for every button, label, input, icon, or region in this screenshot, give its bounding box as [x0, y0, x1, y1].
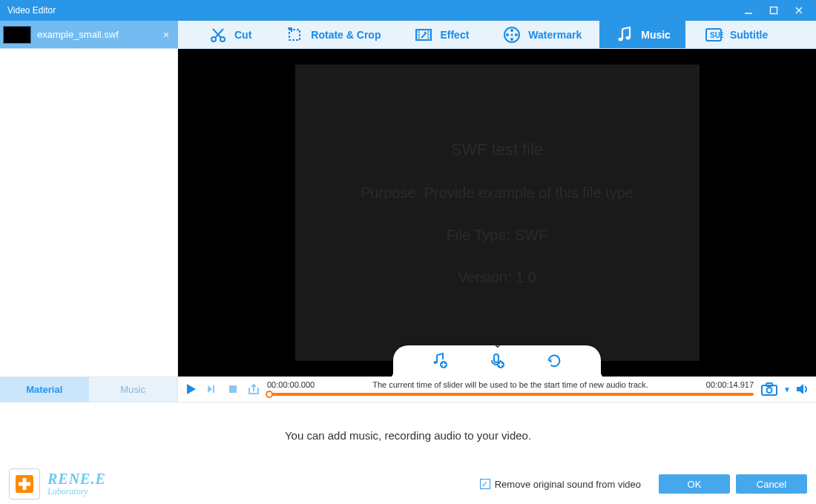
swf-line-2: Purpose: Provide example of this file ty… — [361, 185, 634, 202]
swf-line-3: File Type: SWF — [447, 227, 547, 244]
timeline-track-area: 00:00:00.000 The current time of slider … — [267, 377, 754, 402]
svg-point-28 — [434, 361, 438, 364]
svg-point-15 — [430, 31, 431, 33]
film-icon — [413, 24, 434, 45]
file-thumbnail — [3, 26, 31, 44]
sidebar: Material Music — [0, 49, 178, 402]
sidebar-body — [0, 49, 177, 377]
brand: RENE.E Laboratory — [9, 468, 106, 500]
tool-watermark[interactable]: Watermark — [487, 21, 596, 48]
sidebar-tab-material[interactable]: Material — [0, 377, 89, 402]
remove-original-sound-label: Remove original sound from video — [495, 479, 641, 490]
refresh-audio-button[interactable] — [544, 351, 565, 371]
bottom-message: You can add music, recording audio to yo… — [0, 402, 816, 468]
film-reel-icon — [501, 24, 522, 45]
export-frame-button[interactable] — [246, 382, 261, 397]
time-total: 00:00:14.917 — [687, 380, 754, 389]
bottom-panel: You can add music, recording audio to yo… — [0, 402, 816, 504]
brand-name: RENE.E — [47, 471, 106, 488]
play-button[interactable] — [184, 382, 199, 397]
tool-effect[interactable]: Effect — [398, 21, 484, 48]
remove-original-sound-checkbox[interactable]: ✓ Remove original sound from video — [480, 479, 641, 490]
swf-line-4: Version: 1.0 — [458, 269, 536, 286]
crop-rotate-icon — [284, 24, 305, 45]
tool-subtitle-label: Subtitle — [730, 29, 768, 41]
tool-watermark-label: Watermark — [528, 29, 582, 41]
file-tab-close-icon[interactable]: × — [160, 29, 172, 41]
step-forward-button[interactable] — [205, 382, 220, 397]
svg-point-20 — [510, 38, 513, 41]
music-note-icon — [614, 24, 635, 45]
timeline-hint: The current time of slider will be used … — [334, 380, 687, 389]
titlebar: Video Editor — [0, 0, 816, 21]
snapshot-dropdown-icon[interactable]: ▼ — [783, 385, 791, 394]
ok-button[interactable]: OK — [659, 474, 730, 494]
close-button[interactable] — [786, 2, 812, 19]
window-title: Video Editor — [7, 5, 736, 16]
svg-point-17 — [430, 37, 431, 39]
tool-rotate-crop[interactable]: Rotate & Crop — [269, 21, 395, 48]
stop-button[interactable] — [226, 382, 240, 397]
minimize-button[interactable] — [736, 2, 761, 19]
svg-point-12 — [418, 31, 419, 33]
file-name: example_small.swf — [37, 29, 160, 40]
tool-effect-label: Effect — [440, 29, 469, 41]
scissors-icon — [208, 24, 228, 45]
cancel-button-label: Cancel — [757, 479, 786, 490]
file-tab[interactable]: example_small.swf × — [0, 21, 178, 48]
subtitle-icon: SUB — [703, 24, 724, 45]
sidebar-tab-material-label: Material — [26, 384, 62, 395]
svg-point-14 — [418, 37, 419, 39]
audio-pill: ⌄ — [393, 345, 601, 377]
svg-rect-32 — [494, 354, 499, 362]
svg-marker-44 — [797, 384, 803, 394]
timeline-knob[interactable] — [266, 391, 273, 398]
svg-marker-38 — [208, 385, 212, 393]
sidebar-tab-music-label: Music — [120, 384, 145, 395]
timeline-slider[interactable] — [267, 390, 754, 399]
svg-point-23 — [511, 33, 513, 36]
snapshot-button[interactable] — [760, 381, 779, 397]
svg-text:SUB: SUB — [710, 31, 723, 39]
editor-tools: Cut Rotate & Crop — [178, 21, 816, 48]
sidebar-tab-music[interactable]: Music — [89, 377, 178, 402]
svg-rect-40 — [229, 385, 237, 393]
tool-music[interactable]: Music — [599, 21, 685, 48]
svg-point-13 — [418, 34, 419, 36]
svg-rect-39 — [213, 385, 214, 393]
add-music-button[interactable] — [430, 351, 450, 371]
cancel-button[interactable]: Cancel — [736, 474, 807, 494]
volume-button[interactable] — [795, 382, 810, 397]
maximize-button[interactable] — [761, 2, 786, 19]
timeline: 00:00:00.000 The current time of slider … — [178, 377, 816, 402]
toolstrip: example_small.swf × Cut Rotate — [0, 21, 816, 49]
tool-rotate-crop-label: Rotate & Crop — [311, 29, 381, 41]
tool-cut-label: Cut — [234, 29, 251, 41]
svg-rect-1 — [771, 7, 777, 14]
record-audio-button[interactable] — [487, 351, 507, 371]
checkbox-checked-icon: ✓ — [480, 479, 490, 489]
swf-line-1: SWF test file — [451, 140, 544, 159]
svg-point-43 — [767, 388, 772, 393]
swf-placeholder: SWF test file Purpose: Provide example o… — [295, 64, 700, 361]
brand-plus-icon — [9, 468, 40, 500]
sidebar-tabs: Material Music — [0, 377, 177, 402]
ok-button-label: OK — [688, 479, 702, 490]
main-area: Material Music SWF test file Purpose: Pr… — [0, 49, 816, 402]
svg-point-22 — [515, 33, 518, 36]
brand-tagline: Laboratory — [47, 486, 106, 497]
svg-point-24 — [619, 37, 623, 41]
svg-point-16 — [430, 34, 431, 36]
time-current: 00:00:00.000 — [267, 380, 334, 389]
svg-point-21 — [506, 33, 509, 36]
video-preview[interactable]: SWF test file Purpose: Provide example o… — [178, 49, 816, 377]
tool-cut[interactable]: Cut — [193, 21, 266, 48]
svg-point-19 — [510, 29, 513, 32]
tool-subtitle[interactable]: SUB Subtitle — [688, 21, 783, 48]
svg-marker-37 — [187, 384, 196, 394]
svg-rect-47 — [19, 483, 30, 486]
chevron-down-icon[interactable]: ⌄ — [493, 336, 502, 351]
tool-music-label: Music — [641, 29, 671, 41]
svg-point-25 — [626, 36, 631, 39]
stage: SWF test file Purpose: Provide example o… — [178, 49, 816, 402]
